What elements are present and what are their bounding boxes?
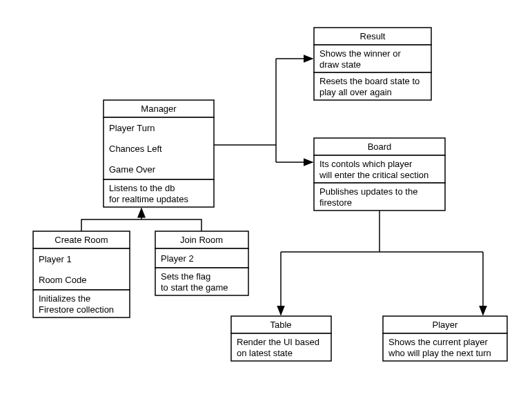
board-line: Its contols which player <box>319 159 413 169</box>
create-room-foot: Firestore collection <box>39 304 114 315</box>
manager-foot: for realtime updates <box>109 194 188 204</box>
join-room-box: Join Room Player 2 Sets the flag to star… <box>155 231 248 295</box>
table-foot: on latest state <box>237 348 293 358</box>
manager-line: Player Turn <box>109 123 155 133</box>
board-box: Board Its contols which player will ente… <box>314 138 445 211</box>
result-foot: Resets the board state to <box>319 76 420 86</box>
player-foot: Shows the current player <box>388 337 488 347</box>
manager-foot: Listens to the db <box>109 183 175 193</box>
architecture-diagram: Manager Player Turn Chances Left Game Ov… <box>0 0 532 401</box>
create-room-box: Create Room Player 1 Room Code Initializ… <box>33 231 130 317</box>
result-foot: play all over again <box>319 87 392 97</box>
join-room-line: Player 2 <box>161 253 194 264</box>
create-room-title: Create Room <box>55 235 108 245</box>
manager-line: Chances Left <box>109 144 162 154</box>
table-title: Table <box>270 320 291 330</box>
board-line: will enter the critical section <box>319 170 428 180</box>
result-line: draw state <box>319 59 361 70</box>
join-room-foot: Sets the flag <box>161 271 210 282</box>
create-room-line: Player 1 <box>39 254 72 264</box>
manager-box: Manager Player Turn Chances Left Game Ov… <box>104 100 214 207</box>
player-title: Player <box>433 320 459 330</box>
table-foot: Render the UI based <box>237 337 319 347</box>
board-foot: Publishes updates to the <box>319 186 417 197</box>
manager-line: Game Over <box>109 164 156 175</box>
create-room-line: Room Code <box>39 275 86 285</box>
connector <box>81 219 201 231</box>
join-room-title: Join Room <box>180 235 223 245</box>
board-title: Board <box>368 141 392 152</box>
manager-title: Manager <box>141 104 177 114</box>
board-foot: firestore <box>319 197 352 208</box>
table-box: Table Render the UI based on latest stat… <box>231 316 331 361</box>
create-room-foot: Initializes the <box>39 293 90 304</box>
join-room-foot: to start the game <box>161 282 228 293</box>
result-box: Result Shows the winner or draw state Re… <box>314 28 431 100</box>
result-title: Result <box>360 31 386 41</box>
result-line: Shows the winner or <box>319 48 401 59</box>
player-box: Player Shows the current player who will… <box>383 316 507 361</box>
player-foot: who will play the next turn <box>388 348 491 358</box>
